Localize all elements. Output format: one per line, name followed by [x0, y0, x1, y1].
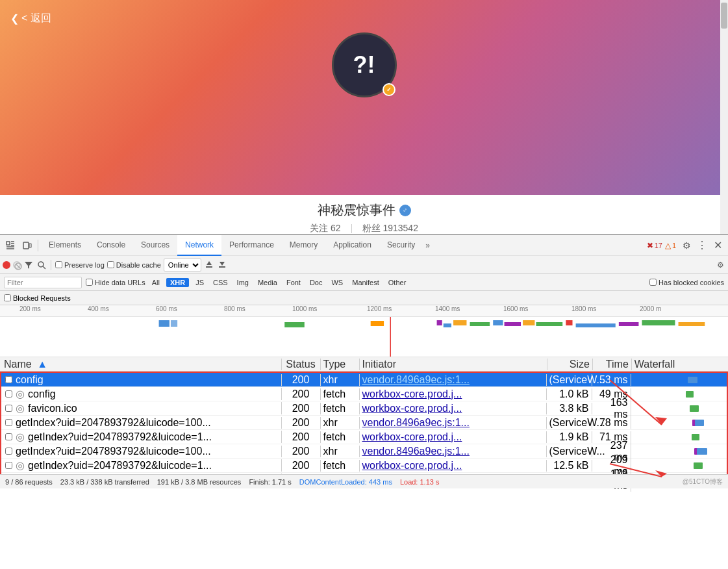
export-har-icon[interactable] — [217, 260, 227, 270]
col-header-time[interactable]: Time — [593, 359, 632, 370]
row-name: config — [28, 388, 56, 400]
initiator-link[interactable]: workbox-core.prod.j... — [362, 403, 462, 414]
row-checkbox[interactable] — [5, 405, 12, 412]
filter-input[interactable] — [4, 277, 82, 288]
col-header-status[interactable]: Status — [282, 359, 321, 370]
tab-performance[interactable]: Performance — [221, 235, 282, 256]
row-status: 200 — [282, 431, 321, 443]
row-name: getIndex?uid=2047893792&luicode=100... — [16, 417, 211, 429]
svg-marker-10 — [25, 262, 32, 269]
initiator-link[interactable]: workbox-core.prod.j... — [362, 460, 462, 471]
filter-font-button[interactable]: Font — [284, 278, 303, 287]
col-header-type[interactable]: Type — [321, 359, 360, 370]
page-scrollbar[interactable] — [720, 0, 728, 234]
disable-cache-checkbox[interactable]: Disable cache — [107, 261, 161, 269]
svg-rect-13 — [206, 266, 212, 268]
row-checkbox[interactable] — [5, 448, 12, 455]
finish-time: Finish: 1.71 s — [249, 478, 291, 486]
tab-memory[interactable]: Memory — [282, 235, 325, 256]
filter-js-button[interactable]: JS — [193, 278, 207, 287]
profile-name: 神秘震惊事件 ♂ — [0, 201, 728, 219]
initiator-link[interactable]: workbox-core.prod.j... — [362, 431, 462, 442]
device-toggle-icon[interactable] — [19, 238, 35, 253]
initiator-link[interactable]: vendor.8496a9ec.js:1... — [362, 417, 470, 428]
table-row[interactable]: getIndex?uid=2047893792&luicode=100... 2… — [1, 416, 727, 430]
svg-point-11 — [38, 262, 44, 267]
col-header-waterfall[interactable]: Waterfall — [632, 359, 728, 370]
verified-badge: ✓ — [383, 83, 395, 96]
devtools-settings-button[interactable]: ⚙ — [679, 238, 694, 253]
network-table-header: Name ▲ Status Type Initiator Size Time W… — [0, 357, 728, 372]
initiator-link[interactable]: workbox-core.prod.j... — [362, 388, 462, 399]
row-checkbox[interactable] — [5, 433, 12, 440]
svg-rect-0 — [6, 242, 10, 245]
blocked-requests-checkbox[interactable]: Blocked Requests — [4, 294, 71, 302]
row-checkbox[interactable] — [5, 376, 12, 383]
filter-css-button[interactable]: CSS — [210, 278, 231, 287]
profile-stats: 关注 62 粉丝 1913542 — [0, 223, 728, 234]
row-status: 200 — [282, 403, 321, 414]
svg-rect-17 — [159, 320, 169, 327]
row-type: xhr — [321, 374, 360, 386]
row-name: favicon.ico — [28, 403, 77, 414]
row-size: 12.5 kB — [547, 460, 592, 472]
row-type: xhr — [321, 417, 360, 429]
row-checkbox[interactable] — [5, 419, 12, 426]
import-har-icon[interactable] — [204, 260, 214, 270]
devtools-close-button[interactable]: ✕ — [710, 238, 725, 253]
tab-sources[interactable]: Sources — [133, 235, 177, 256]
tl-label-200ms: 200 ms — [19, 305, 41, 312]
search-icon[interactable] — [36, 260, 47, 270]
load-time: Load: 1.13 s — [400, 478, 440, 486]
filter-ws-button[interactable]: WS — [329, 278, 345, 287]
row-waterfall — [631, 390, 727, 399]
scrollbar-thumb — [721, 3, 727, 29]
dom-content-loaded: DOMContentLoaded: 443 ms — [299, 478, 392, 486]
tab-network[interactable]: Network — [177, 235, 221, 256]
col-header-initiator[interactable]: Initiator — [360, 359, 547, 370]
filter-media-button[interactable]: Media — [255, 278, 280, 287]
filter-all-button[interactable]: All — [149, 278, 162, 287]
table-row[interactable]: ◎ favicon.ico 200 fetch workbox-core.pro… — [1, 401, 727, 416]
col-header-size[interactable]: Size — [547, 359, 593, 370]
col-header-name[interactable]: Name ▲ — [0, 359, 282, 370]
network-settings-icon[interactable]: ⚙ — [715, 260, 725, 270]
clear-button[interactable] — [13, 261, 21, 269]
svg-rect-15 — [219, 266, 225, 268]
record-button[interactable] — [3, 261, 10, 269]
svg-marker-14 — [207, 261, 212, 265]
throttle-select[interactable]: Online — [164, 259, 201, 272]
filter-img-button[interactable]: Img — [234, 278, 251, 287]
initiator-link[interactable]: vendor.8496a9ec.js:1... — [362, 446, 470, 457]
tab-elements[interactable]: Elements — [41, 235, 89, 256]
avatar: ?! ✓ — [332, 32, 397, 97]
filter-xhr-button[interactable]: XHR — [166, 278, 189, 287]
filter-manifest-button[interactable]: Manifest — [349, 278, 382, 287]
tab-console[interactable]: Console — [89, 235, 133, 256]
hide-data-urls-checkbox[interactable]: Hide data URLs — [86, 279, 145, 286]
row-waterfall — [631, 375, 727, 385]
row-waterfall — [631, 461, 727, 470]
svg-rect-20 — [371, 321, 384, 326]
tab-more-button[interactable]: » — [425, 241, 430, 250]
row-checkbox[interactable] — [5, 462, 12, 469]
inspect-element-icon[interactable] — [3, 238, 18, 253]
tab-application[interactable]: Application — [325, 235, 379, 256]
back-label: < 返回 — [21, 12, 51, 25]
tab-security[interactable]: Security — [379, 235, 423, 256]
initiator-link[interactable]: vendor.8496a9ec.js:1... — [362, 374, 470, 385]
filter-icon[interactable] — [23, 260, 34, 270]
back-button[interactable]: ❮ < 返回 — [10, 12, 51, 25]
filter-doc-button[interactable]: Doc — [307, 278, 325, 287]
service-worker-icon: ◎ — [16, 459, 25, 472]
devtools-icon-toolbar: Elements Console Sources Network Perform… — [0, 235, 728, 256]
row-checkbox[interactable] — [5, 390, 12, 398]
row-initiator: workbox-core.prod.j... — [360, 431, 547, 443]
filter-other-button[interactable]: Other — [386, 278, 409, 287]
service-worker-icon: ◎ — [16, 431, 25, 443]
devtools-more-button[interactable]: ⋮ — [694, 238, 710, 253]
table-row[interactable]: config 200 xhr vendor.8496a9ec.js:1... (… — [1, 373, 727, 387]
profile-name-text: 神秘震惊事件 — [318, 201, 395, 219]
blocked-cookies-checkbox[interactable]: Has blocked cookies — [649, 279, 724, 286]
preserve-log-checkbox[interactable]: Preserve log — [55, 261, 105, 269]
